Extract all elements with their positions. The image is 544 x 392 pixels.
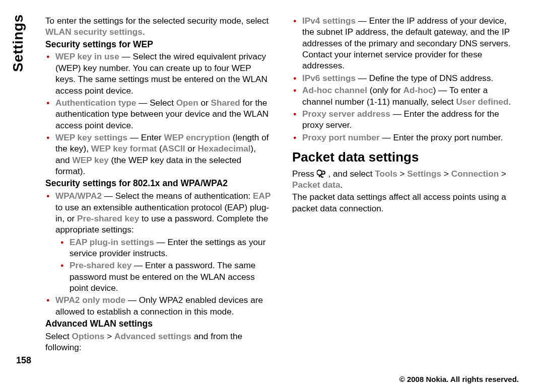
text: > [441, 169, 451, 179]
list-item: Proxy server address — Enter the address… [292, 108, 519, 131]
option-eap: EAP [253, 191, 270, 201]
text: — Select the means of authentication: [102, 191, 253, 201]
text: > [397, 169, 407, 179]
text: Select [45, 331, 72, 341]
path-packet-data: Packet data [292, 180, 341, 190]
term-proxy-port-number: Proxy port number [302, 132, 380, 142]
text: ( [157, 143, 162, 153]
wpa-list: WPA/WPA2 — Select the means of authentic… [45, 190, 272, 317]
term-ipv6-settings: IPv6 settings [302, 73, 356, 83]
term-proxy-server-address: Proxy server address [302, 109, 390, 119]
side-tab-settings: Settings [10, 15, 26, 72]
list-item: WEP key in use — Select the wired equiva… [45, 51, 272, 96]
option-hexadecimal: Hexadecimal [197, 143, 250, 153]
option-options: Options [72, 331, 105, 341]
copyright-footer: © 2008 Nokia. All rights reserved. [399, 375, 519, 383]
list-item: WEP key settings — Enter WEP encryption … [45, 132, 272, 177]
path-connection: Connection [451, 169, 499, 179]
text: or [198, 98, 211, 108]
list-item: Proxy port number — Enter the proxy port… [292, 132, 519, 143]
term-wpa2-only-mode: WPA2 only mode [55, 295, 125, 305]
option-wep-key: WEP key [72, 155, 108, 165]
manual-page: Settings 158 To enter the settings for t… [0, 0, 544, 392]
term-adhoc-channel: Ad-hoc channel [302, 85, 367, 95]
text: > [104, 331, 114, 341]
content-columns: To enter the settings for the selected s… [45, 15, 519, 357]
text: (only for [367, 85, 403, 95]
text: — Define the type of DNS address. [356, 73, 493, 83]
term-authentication-type: Authentication type [55, 98, 136, 108]
text: . [143, 27, 145, 37]
list-item: IPv6 settings — Define the type of DNS a… [292, 72, 519, 84]
heading-packet-data-settings: Packet data settings [292, 149, 519, 166]
path-settings: Settings [407, 169, 441, 179]
list-item: Ad-hoc channel (only for Ad-hoc) — To en… [292, 85, 519, 107]
wpa-sublist: EAP plug-in settings — Enter the setting… [59, 237, 272, 294]
option-open: Open [176, 98, 198, 108]
advanced-list: IPv4 settings — Enter the IP address of … [292, 15, 519, 143]
term-pre-shared-key: Pre-shared key [70, 260, 131, 270]
path-tools: Tools [375, 169, 397, 179]
link-wlan-security-settings: WLAN security settings [45, 27, 143, 37]
list-item: Authentication type — Select Open or Sha… [45, 97, 272, 131]
option-ascii: ASCII [162, 143, 185, 153]
option-shared: Shared [211, 98, 240, 108]
term-wep-key-in-use: WEP key in use [55, 51, 119, 61]
text: > [499, 169, 506, 179]
advanced-lead: Select Options > Advanced settings and f… [45, 331, 272, 353]
option-pre-shared-key: Pre-shared key [77, 213, 139, 223]
option-user-defined: User defined [456, 97, 508, 107]
list-item: EAP plug-in settings — Enter the setting… [59, 237, 272, 259]
page-number: 158 [16, 355, 31, 366]
text: Press [292, 169, 317, 179]
term-eap-plugin-settings: EAP plug-in settings [70, 237, 154, 247]
list-item: IPv4 settings — Enter the IP address of … [292, 15, 519, 71]
list-item: WPA2 only mode — Only WPA2 enabled devic… [45, 294, 272, 317]
term-wpa-wpa2: WPA/WPA2 [55, 191, 102, 201]
heading-wep: Security settings for WEP [45, 39, 272, 50]
text: or [185, 143, 198, 153]
text: . [509, 97, 511, 107]
text: . [341, 180, 343, 190]
text: , and select [328, 169, 375, 179]
packet-press-line: Press , and select Tools > Settings > Co… [292, 168, 519, 191]
list-item: Pre-shared key — Enter a password. The s… [59, 260, 272, 293]
text: — Select [136, 98, 176, 108]
text: — Enter the proxy port number. [380, 132, 503, 142]
list-item: WPA/WPA2 — Select the means of authentic… [45, 190, 272, 293]
option-wep-key-format: WEP key format [91, 143, 157, 153]
menu-key-icon [317, 169, 326, 178]
option-adhoc: Ad-hoc [403, 85, 433, 95]
heading-wpa: Security settings for 802.1x and WPA/WPA… [45, 178, 272, 189]
wep-list: WEP key in use — Select the wired equiva… [45, 51, 272, 177]
text: To enter the settings for the selected s… [45, 16, 268, 26]
term-wep-key-settings: WEP key settings [55, 132, 127, 142]
option-advanced-settings: Advanced settings [114, 331, 191, 341]
intro-paragraph: To enter the settings for the selected s… [45, 15, 272, 38]
heading-advanced-wlan: Advanced WLAN settings [45, 318, 272, 330]
text: — Enter [127, 132, 164, 142]
term-ipv4-settings: IPv4 settings [302, 16, 356, 26]
packet-desc: The packet data settings affect all acce… [292, 191, 519, 214]
option-wep-encryption: WEP encryption [164, 132, 230, 142]
